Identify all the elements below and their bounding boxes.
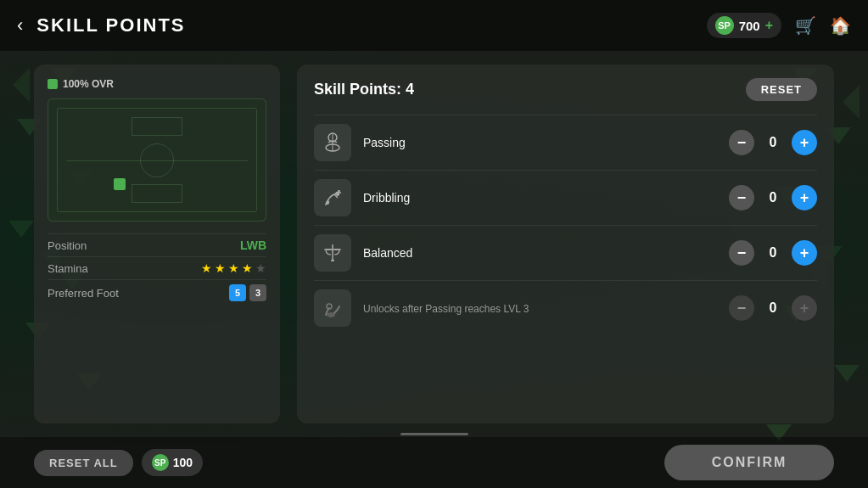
star-2: ★: [215, 261, 226, 275]
dribbling-name: Dribbling: [363, 191, 717, 205]
balanced-name: Balanced: [363, 246, 717, 260]
dribbling-icon-wrap: [314, 179, 351, 216]
locked-skill-text-wrap: Unlocks after Passing reaches LVL 3: [363, 300, 717, 317]
passing-name: Passing: [363, 136, 717, 149]
locked-count: 0: [766, 300, 780, 316]
footer: RESET ALL SP 100 CONFIRM: [0, 437, 868, 488]
foot-badge-right: 3: [249, 284, 266, 301]
balanced-controls: − 0 +: [729, 240, 817, 266]
header-right: SP 700 + 🛒 🏠: [707, 13, 851, 38]
ovr-badge: 100% OVR: [48, 78, 266, 90]
svg-rect-27: [324, 249, 331, 250]
balanced-icon-wrap: [314, 234, 351, 272]
locked-icon-wrap: [314, 289, 351, 327]
ovr-dot: [48, 79, 58, 89]
dribbling-minus-button[interactable]: −: [729, 185, 754, 210]
locked-controls: − 0 +: [729, 295, 817, 321]
svg-point-22: [326, 201, 329, 205]
balanced-plus-button[interactable]: +: [792, 240, 817, 266]
ovr-text: 100% OVR: [63, 78, 114, 90]
footer-currency-icon: SP: [152, 454, 169, 471]
position-row: Position LWB: [48, 233, 266, 256]
field-display: [48, 98, 266, 222]
field-center-circle: [140, 143, 174, 177]
skill-row-balanced: Balanced − 0 +: [314, 225, 817, 280]
stamina-row: Stamina ★ ★ ★ ★ ★: [48, 256, 266, 279]
confirm-button[interactable]: CONFIRM: [664, 445, 834, 480]
footer-currency-badge: SP 100: [142, 449, 203, 476]
preferred-foot-label: Preferred Foot: [48, 287, 119, 300]
player-position-marker: [114, 178, 126, 190]
balanced-minus-button[interactable]: −: [729, 240, 754, 266]
locked-plus-button: +: [792, 295, 817, 321]
balanced-icon: [321, 241, 344, 265]
reset-button[interactable]: RESET: [746, 78, 817, 101]
main-content: 100% OVR Position LWB Stamina ★ ★ ★ ★: [0, 51, 868, 437]
balanced-count: 0: [766, 245, 780, 261]
position-value: LWB: [240, 238, 266, 252]
dribbling-count: 0: [766, 190, 780, 205]
locked-skill-icon: [321, 296, 344, 320]
field-penalty-top: [132, 117, 182, 136]
foot-badge-left: 5: [229, 284, 246, 301]
foot-badges: 5 3: [229, 284, 266, 301]
skill-row-passing: Passing − 0 +: [314, 115, 817, 170]
player-panel: 100% OVR Position LWB Stamina ★ ★ ★ ★: [34, 65, 280, 423]
reset-all-button[interactable]: RESET ALL: [34, 450, 133, 476]
footer-left: RESET ALL SP 100: [34, 449, 203, 476]
back-button[interactable]: ‹: [17, 14, 23, 36]
star-5-empty: ★: [255, 261, 266, 275]
header: ‹ SKILL POINTS SP 700 + 🛒 🏠: [0, 0, 868, 51]
position-label: Position: [48, 239, 87, 252]
svg-rect-28: [334, 249, 341, 250]
skill-row-locked: Unlocks after Passing reaches LVL 3 − 0 …: [314, 280, 817, 335]
skills-panel: Skill Points: 4 RESET Passing − 0 +: [297, 65, 834, 423]
currency-amount: 700: [739, 19, 760, 33]
passing-plus-button[interactable]: +: [792, 130, 817, 155]
field-penalty-bottom: [132, 184, 182, 203]
skills-header: Skill Points: 4 RESET: [314, 78, 817, 101]
locked-minus-button[interactable]: −: [729, 295, 754, 321]
skill-row-dribbling: Dribbling − 0 +: [314, 170, 817, 225]
currency-icon: SP: [715, 16, 734, 35]
currency-plus: +: [765, 18, 773, 33]
passing-icon: [321, 131, 344, 154]
home-icon[interactable]: 🏠: [830, 15, 851, 36]
footer-currency-amount: 100: [173, 456, 193, 469]
passing-controls: − 0 +: [729, 130, 817, 155]
page-title: SKILL POINTS: [36, 14, 185, 36]
star-4: ★: [242, 261, 253, 275]
dribbling-plus-button[interactable]: +: [792, 185, 817, 210]
passing-count: 0: [766, 135, 780, 150]
preferred-foot-row: Preferred Foot 5 3: [48, 279, 266, 306]
stamina-label: Stamina: [48, 262, 88, 275]
svg-rect-29: [331, 260, 334, 261]
passing-icon-wrap: [314, 124, 351, 161]
locked-skill-name: Unlocks after Passing reaches LVL 3: [363, 303, 529, 315]
scrollbar-indicator: [400, 433, 468, 435]
dribbling-controls: − 0 +: [729, 185, 817, 210]
skill-points-label: Skill Points: 4: [314, 81, 414, 98]
field-inner: [57, 108, 257, 212]
star-3: ★: [228, 261, 239, 275]
stamina-stars: ★ ★ ★ ★ ★: [201, 261, 266, 275]
currency-badge: SP 700 +: [707, 13, 781, 38]
cart-icon[interactable]: 🛒: [795, 15, 816, 36]
star-1: ★: [201, 261, 212, 275]
dribbling-icon: [321, 186, 344, 210]
passing-minus-button[interactable]: −: [729, 130, 754, 155]
